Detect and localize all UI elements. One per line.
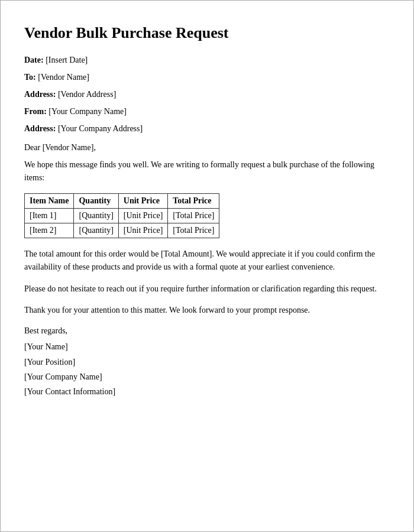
from-value: [Your Company Name] <box>48 107 127 116</box>
company-address-label: Address: <box>24 124 56 133</box>
table-cell-r0-c2: [Unit Price] <box>118 208 167 223</box>
table-cell-r0-c3: [Total Price] <box>168 208 219 223</box>
from-label: From: <box>24 107 47 116</box>
to-field: To: [Vendor Name] <box>24 71 390 83</box>
table-cell-r1-c1: [Quantity] <box>74 223 118 238</box>
col-header-unit-price: Unit Price <box>118 193 167 208</box>
vendor-address-value: [Vendor Address] <box>58 90 116 99</box>
col-header-item-name: Item Name <box>25 193 74 208</box>
company-address-field: Address: [Your Company Address] <box>24 122 390 135</box>
vendor-address-field: Address: [Vendor Address] <box>24 88 390 100</box>
signature-contact: [Your Contact Information] <box>24 384 390 399</box>
signature-company: [Your Company Name] <box>24 369 390 384</box>
table-cell-r0-c1: [Quantity] <box>74 208 118 223</box>
body-paragraph-1: The total amount for this order would be… <box>24 248 390 274</box>
document-title: Vendor Bulk Purchase Request <box>24 24 390 42</box>
col-header-total-price: Total Price <box>168 193 219 208</box>
signature-block: [Your Name] [Your Position] [Your Compan… <box>24 339 390 399</box>
items-table: Item Name Quantity Unit Price Total Pric… <box>24 193 219 238</box>
table-header-row: Item Name Quantity Unit Price Total Pric… <box>25 193 219 208</box>
table-cell-r1-c0: [Item 2] <box>25 223 74 238</box>
body-paragraph-3: Thank you for your attention to this mat… <box>24 304 390 317</box>
date-field: Date: [Insert Date] <box>24 54 390 66</box>
date-label: Date: <box>24 56 44 64</box>
table-row: [Item 2][Quantity][Unit Price][Total Pri… <box>25 223 219 238</box>
document-page: Vendor Bulk Purchase Request Date: [Inse… <box>0 0 414 532</box>
salutation: Dear [Vendor Name], <box>24 143 390 153</box>
from-field: From: [Your Company Name] <box>24 105 390 118</box>
table-row: [Item 1][Quantity][Unit Price][Total Pri… <box>25 208 219 223</box>
table-cell-r0-c0: [Item 1] <box>25 208 74 223</box>
signature-name: [Your Name] <box>24 339 390 354</box>
intro-paragraph: We hope this message finds you well. We … <box>24 158 390 185</box>
closing: Best regards, <box>24 326 390 336</box>
to-value: [Vendor Name] <box>38 73 89 82</box>
signature-position: [Your Position] <box>24 355 390 369</box>
body-paragraph-2: Please do not hesitate to reach out if y… <box>24 283 390 296</box>
to-label: To: <box>24 73 36 82</box>
col-header-quantity: Quantity <box>74 193 118 208</box>
date-value: [Insert Date] <box>46 56 88 64</box>
table-cell-r1-c2: [Unit Price] <box>118 223 167 238</box>
vendor-address-label: Address: <box>24 90 56 99</box>
table-cell-r1-c3: [Total Price] <box>168 223 219 238</box>
company-address-value: [Your Company Address] <box>58 124 143 133</box>
